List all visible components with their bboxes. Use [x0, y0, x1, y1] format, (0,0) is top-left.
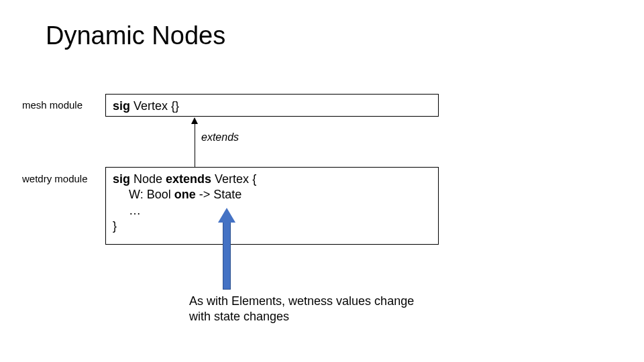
label-extends: extends: [201, 131, 239, 143]
keyword-sig-2: sig: [113, 172, 130, 186]
text-vertex-decl: Vertex {}: [130, 99, 179, 113]
text-w-bool: W: Bool: [129, 188, 174, 201]
box-sig-vertex: sig Vertex {}: [105, 94, 439, 117]
label-mesh-module: mesh module: [22, 99, 83, 111]
box-sig-node: sig Node extends Vertex { W: Bool one ->…: [105, 167, 439, 245]
text-vertex-open: Vertex {: [211, 172, 256, 186]
keyword-extends: extends: [166, 172, 211, 186]
text-node: Node: [130, 172, 166, 186]
text-state: -> State: [196, 188, 242, 201]
label-wetdry-module: wetdry module: [22, 173, 88, 184]
text-ellipsis: …: [129, 203, 431, 219]
text-close-brace: }: [113, 219, 431, 234]
arrow-extends: [195, 117, 195, 167]
keyword-one: one: [174, 188, 196, 201]
caption-text: As with Elements, wetness values change …: [189, 294, 431, 324]
arrow-annotation: [223, 208, 231, 290]
slide-title: Dynamic Nodes: [46, 21, 225, 50]
keyword-sig: sig: [113, 99, 130, 113]
